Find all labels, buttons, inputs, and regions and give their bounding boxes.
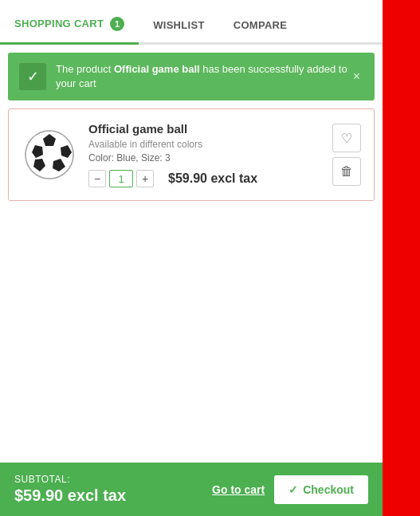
item-price: $59.90 excl tax — [168, 171, 257, 186]
subtotal-section: SUBTOTAL: $59.90 excl tax — [14, 474, 126, 505]
empty-space — [0, 201, 383, 463]
remove-item-button[interactable]: 🗑 — [332, 157, 361, 186]
heart-icon: ♡ — [341, 131, 352, 146]
footer-actions: Go to cart ✓ Checkout — [212, 475, 368, 504]
tab-compare-label: COMPARE — [234, 19, 288, 31]
item-subtitle: Available in different colors — [88, 139, 321, 150]
item-bottom: − + $59.90 excl tax — [88, 170, 321, 187]
shopping-cart-badge: 1 — [110, 17, 124, 31]
item-name: Official game ball — [88, 122, 321, 136]
table-row: Official game ball Available in differen… — [9, 109, 374, 200]
quantity-control: − + — [88, 170, 154, 187]
item-actions: ♡ 🗑 — [332, 124, 361, 186]
success-close-button[interactable]: × — [350, 69, 363, 84]
quantity-decrease-button[interactable]: − — [88, 170, 106, 187]
item-details: Official game ball Available in differen… — [88, 122, 321, 187]
subtotal-amount: $59.90 excl tax — [14, 486, 126, 505]
checkout-check-icon: ✓ — [289, 483, 298, 496]
quantity-increase-button[interactable]: + — [136, 170, 154, 187]
trash-icon: 🗑 — [340, 164, 353, 179]
product-image — [22, 127, 77, 183]
success-text: The product Official game ball has been … — [56, 62, 350, 91]
success-check-icon: ✓ — [19, 63, 46, 90]
checkout-button[interactable]: ✓ Checkout — [274, 475, 368, 504]
quantity-stepper[interactable] — [109, 170, 133, 187]
checkout-label: Checkout — [303, 483, 354, 496]
tab-wishlist-label: WISHLIST — [153, 19, 205, 31]
go-to-cart-button[interactable]: Go to cart — [212, 483, 265, 496]
add-to-wishlist-button[interactable]: ♡ — [332, 124, 361, 152]
tab-shopping-cart[interactable]: SHOPPING CART 1 — [0, 9, 139, 45]
success-prefix: The product — [56, 63, 114, 75]
tab-compare[interactable]: COMPARE — [219, 11, 302, 42]
tabs-bar: SHOPPING CART 1 WISHLIST COMPARE — [0, 0, 383, 45]
item-meta: Color: Blue, Size: 3 — [88, 152, 321, 163]
success-product-name: Official game ball — [114, 63, 200, 75]
tab-wishlist[interactable]: WISHLIST — [139, 11, 219, 42]
success-notification: ✓ The product Official game ball has bee… — [8, 53, 375, 100]
tab-shopping-cart-label: SHOPPING CART — [14, 18, 104, 30]
cart-items-container: Official game ball Available in differen… — [8, 108, 375, 201]
subtotal-label: SUBTOTAL: — [14, 474, 126, 485]
main-content: SHOPPING CART 1 WISHLIST COMPARE ✓ The p… — [0, 0, 383, 516]
red-bar — [383, 0, 420, 516]
cart-footer: SUBTOTAL: $59.90 excl tax Go to cart ✓ C… — [0, 463, 383, 516]
